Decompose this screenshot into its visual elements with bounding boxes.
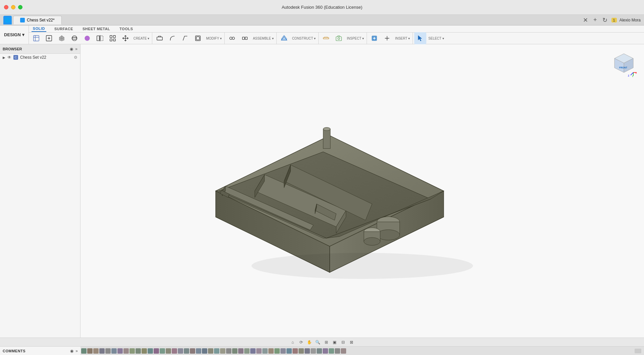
construct-label[interactable]: CONSTRUCT ▾	[291, 37, 317, 40]
as-built-joint-button[interactable]	[239, 32, 251, 44]
modify-label[interactable]: MODIFY ▾	[205, 37, 223, 40]
close-button[interactable]	[4, 5, 8, 9]
assemble-label[interactable]: ASSEMBLE ▾	[252, 37, 275, 40]
timeline-item[interactable]	[280, 348, 286, 354]
browser-pin-icon[interactable]: ◉	[70, 47, 73, 51]
view-cube[interactable]: FRONT X Y Z	[610, 51, 637, 78]
comments-pin-icon[interactable]: ◉	[70, 349, 73, 353]
timeline-item[interactable]	[172, 348, 177, 354]
timeline-item[interactable]	[335, 348, 340, 354]
timeline-item[interactable]	[292, 348, 298, 354]
inspect-label[interactable]: INSPECT ▾	[345, 37, 365, 40]
close-tab-icon[interactable]: ✕	[582, 16, 589, 24]
inspect-camera-button[interactable]	[333, 32, 345, 44]
timeline-item[interactable]	[202, 348, 207, 354]
timeline-item[interactable]	[190, 348, 195, 354]
timeline-item[interactable]	[196, 348, 201, 354]
timeline-item[interactable]	[93, 348, 99, 354]
tab-solid[interactable]: SOLID	[32, 26, 46, 32]
browser-expand-icon[interactable]: »	[75, 47, 77, 51]
timeline-item[interactable]	[214, 348, 219, 354]
timeline-item[interactable]	[244, 348, 250, 354]
timeline-item[interactable]	[208, 348, 213, 354]
shell-button[interactable]	[192, 32, 204, 44]
move-button[interactable]	[119, 32, 131, 44]
timeline-item[interactable]	[311, 348, 316, 354]
timeline-item[interactable]	[299, 348, 304, 354]
measure-button[interactable]	[320, 32, 332, 44]
view-settings-button[interactable]: ⊠	[348, 339, 355, 346]
pattern-button[interactable]	[107, 32, 119, 44]
active-tab[interactable]: Chess Set v22*	[13, 16, 62, 24]
timeline-item[interactable]	[87, 348, 93, 354]
timeline-item[interactable]	[250, 348, 256, 354]
maximize-button[interactable]	[18, 5, 22, 9]
timeline-item[interactable]	[166, 348, 171, 354]
revolve-button[interactable]	[68, 32, 80, 44]
timeline-item[interactable]	[184, 348, 189, 354]
timeline-item[interactable]	[154, 348, 159, 354]
timeline-item[interactable]	[317, 348, 322, 354]
tab-tools[interactable]: TOOLS	[118, 26, 134, 32]
fillet2-button[interactable]	[166, 32, 178, 44]
zoom-button[interactable]: 🔍	[314, 339, 322, 346]
mirror-button[interactable]	[94, 32, 106, 44]
browser-item-settings-icon[interactable]: ⚙	[74, 55, 77, 60]
timeline-item[interactable]	[81, 348, 87, 354]
timeline-item[interactable]	[226, 348, 231, 354]
chamfer-button[interactable]	[179, 32, 191, 44]
timeline-item[interactable]	[329, 348, 334, 354]
insert2-button[interactable]	[381, 32, 393, 44]
minimize-button[interactable]	[11, 5, 15, 9]
timeline-item[interactable]	[268, 348, 274, 354]
design-dropdown[interactable]: DESIGN ▾	[0, 26, 29, 44]
timeline-item[interactable]	[305, 348, 310, 354]
timeline-item[interactable]	[178, 348, 183, 354]
timeline-item[interactable]	[105, 348, 111, 354]
viewport[interactable]: FRONT X Y Z	[80, 44, 644, 338]
select-button[interactable]	[414, 32, 426, 44]
refresh-button[interactable]: ↻	[601, 16, 609, 24]
new-component-button[interactable]	[30, 32, 42, 44]
create-label[interactable]: CREATE ▾	[132, 37, 151, 40]
press-pull-button[interactable]	[154, 32, 166, 44]
timeline-item[interactable]	[238, 348, 244, 354]
insert-label[interactable]: INSERT ▾	[394, 37, 411, 40]
insert-button[interactable]	[368, 32, 380, 44]
timeline-item[interactable]	[341, 348, 346, 354]
tab-surface[interactable]: SURFACE	[53, 26, 74, 32]
extrude-button[interactable]	[56, 32, 68, 44]
timeline-item[interactable]	[256, 348, 262, 354]
browser-item-chess-set[interactable]: ▶ 👁 C Chess Set v22 ⚙	[0, 54, 80, 61]
display-mode-button[interactable]: ▣	[331, 339, 338, 346]
timeline-item[interactable]	[129, 348, 135, 354]
timeline-item[interactable]	[286, 348, 292, 354]
timeline-item[interactable]	[274, 348, 280, 354]
timeline-item[interactable]	[99, 348, 105, 354]
timeline-item[interactable]	[232, 348, 237, 354]
orbit-button[interactable]: ⟳	[298, 339, 305, 346]
timeline-item[interactable]	[148, 348, 153, 354]
timeline-item[interactable]	[262, 348, 268, 354]
timeline-item[interactable]	[136, 348, 141, 354]
new-tab-button[interactable]: +	[592, 16, 598, 24]
display-options-button[interactable]: ⊟	[339, 339, 347, 346]
select-label[interactable]: SELECT ▾	[427, 37, 445, 40]
timeline-item[interactable]	[323, 348, 328, 354]
zoom-fit-button[interactable]: ⊞	[323, 339, 330, 346]
offset-plane-button[interactable]	[278, 32, 290, 44]
fillet-button[interactable]	[81, 32, 93, 44]
timeline-item[interactable]	[117, 348, 123, 354]
timeline-scrollbar[interactable]	[635, 349, 641, 353]
tab-sheet-metal[interactable]: SHEET METAL	[81, 26, 111, 32]
timeline-item[interactable]	[160, 348, 165, 354]
pan-button[interactable]: ✋	[306, 339, 313, 346]
home-view-button[interactable]: ⌂	[289, 339, 297, 346]
eye-icon[interactable]: 👁	[7, 55, 11, 60]
comments-expand-icon[interactable]: »	[75, 349, 78, 353]
timeline-item[interactable]	[123, 348, 129, 354]
timeline-item[interactable]	[220, 348, 225, 354]
timeline-item[interactable]	[111, 348, 117, 354]
joint-button[interactable]	[226, 32, 238, 44]
new-body-button[interactable]	[43, 32, 55, 44]
